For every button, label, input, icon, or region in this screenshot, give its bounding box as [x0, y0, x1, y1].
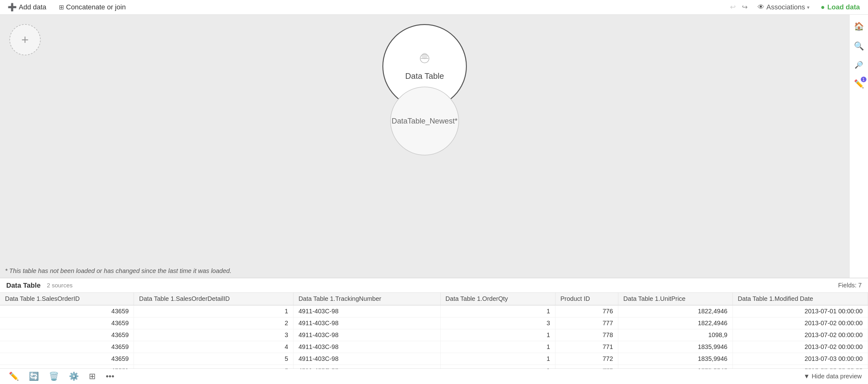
concatenate-icon: ⊞ [59, 3, 64, 11]
toolbar-right: ↩ ↪ 👁 Associations ▾ ● Load data [728, 2, 863, 12]
table-cell: 2013-07-02 00:00:00 [733, 341, 868, 353]
right-sidebar: 🏠 🔍 🔎 1 ✏️ [849, 15, 868, 278]
canvas-area: + Data Table DataTable_Newest* * This ta… [0, 15, 849, 278]
hide-preview-button[interactable]: ▼ Hide data preview [804, 373, 862, 380]
table-row: 4365934911-403C-9817781098,92013-07-02 0… [0, 329, 868, 341]
table-cell: 776 [555, 305, 618, 317]
associations-label: Associations [766, 3, 805, 11]
table-cell: 1 [440, 341, 555, 353]
eye-icon: 👁 [757, 3, 765, 11]
table-cell: 4 [134, 341, 293, 353]
table-cell: 2 [134, 317, 293, 329]
table-cell: 1 [440, 305, 555, 317]
home-button[interactable]: 🏠 [852, 20, 866, 33]
table-header: Product ID [555, 293, 618, 305]
table-cell: 43659 [0, 353, 134, 365]
undo-redo-group: ↩ ↪ [728, 2, 749, 12]
redo-button[interactable]: ↪ [740, 2, 749, 12]
table-cell: 1822,4946 [618, 305, 733, 317]
refresh-button[interactable]: 🔄 [26, 370, 41, 382]
zoom-in-button[interactable]: 🔍 [852, 39, 866, 53]
table-cell: 1835,9946 [618, 341, 733, 353]
preview-header: Data Table 2 sources Fields: 7 [0, 278, 868, 293]
load-data-button[interactable]: ● Load data [817, 2, 863, 12]
table-cell: 4911-403C-98 [293, 353, 440, 365]
table-cell: 43659 [0, 329, 134, 341]
edit-button[interactable]: 1 ✏️ [852, 77, 866, 91]
table-cell: 778 [555, 329, 618, 341]
table-cell: 3 [134, 329, 293, 341]
table-row: 4365924911-403C-9837771822,49462013-07-0… [0, 317, 868, 329]
preview-panel: Data Table 2 sources Fields: 7 Data Tabl… [0, 278, 868, 384]
table-cell: 1822,4946 [618, 317, 733, 329]
table-cell: 5 [134, 353, 293, 365]
newest-node[interactable]: DataTable_Newest* [390, 87, 459, 155]
table-cell: 3 [440, 317, 555, 329]
concatenate-button[interactable]: ⊞ Concatenate or join [56, 2, 128, 12]
load-data-icon: ● [821, 3, 825, 11]
hide-icon: ▼ [804, 373, 810, 380]
table-header: Data Table 1.SalesOrderDetailID [134, 293, 293, 305]
table-cell: 43659 [0, 341, 134, 353]
table-cell: 1 [440, 353, 555, 365]
table-row: 4365944911-403C-9817711835,99462013-07-0… [0, 341, 868, 353]
delete-button[interactable]: 🗑️ [46, 370, 61, 382]
preview-title: Data Table [6, 282, 41, 290]
table-header: Data Table 1.SalesOrderID [0, 293, 134, 305]
table-cell: 2013-07-02 00:00:00 [733, 317, 868, 329]
table-row: 4365954911-403C-9817721835,99462013-07-0… [0, 353, 868, 365]
toolbar-left: ➕ Add data ⊞ Concatenate or join [5, 2, 128, 13]
add-node-button[interactable]: + [9, 24, 41, 55]
main-toolbar: ➕ Add data ⊞ Concatenate or join ↩ ↪ 👁 A… [0, 0, 868, 15]
transform-button[interactable]: ⚙️ [66, 370, 81, 382]
associations-button[interactable]: 👁 Associations ▾ [754, 2, 813, 12]
table-header-row: Data Table 1.SalesOrderIDData Table 1.Sa… [0, 293, 868, 305]
data-table: Data Table 1.SalesOrderIDData Table 1.Sa… [0, 293, 868, 369]
table-header: Data Table 1.TrackingNumber [293, 293, 440, 305]
load-data-label: Load data [827, 3, 860, 11]
filter-button[interactable]: ⊞ [86, 370, 98, 382]
add-data-label: Add data [19, 3, 46, 11]
table-cell: 2013-07-02 00:00:00 [733, 329, 868, 341]
table-cell: 1 [440, 329, 555, 341]
table-cell: 1098,9 [618, 329, 733, 341]
toolbar-left-icons: ✏️ 🔄 🗑️ ⚙️ ⊞ ••• [6, 370, 117, 382]
table-cell: 43659 [0, 305, 134, 317]
table-cell: 4911-403C-98 [293, 317, 440, 329]
table-cell: 4911-403C-98 [293, 329, 440, 341]
table-header: Data Table 1.Modified Date [733, 293, 868, 305]
table-cell: 1 [134, 305, 293, 317]
preview-sources: 2 sources [47, 282, 72, 289]
table-cell: 4911-403C-98 [293, 341, 440, 353]
zoom-out-button[interactable]: 🔎 [852, 59, 865, 71]
table-cell: 2013-07-01 00:00:00 [733, 305, 868, 317]
table-cell: 777 [555, 317, 618, 329]
edit-table-button[interactable]: ✏️ [6, 370, 21, 382]
table-header: Data Table 1.UnitPrice [618, 293, 733, 305]
data-table-wrap: Data Table 1.SalesOrderIDData Table 1.Sa… [0, 293, 868, 369]
preview-toolbar: ✏️ 🔄 🗑️ ⚙️ ⊞ ••• ▼ Hide data preview [0, 369, 868, 384]
table-row: 4365914911-403C-9817761822,49462013-07-0… [0, 305, 868, 317]
table-cell: 771 [555, 341, 618, 353]
table-cell: 43659 [0, 317, 134, 329]
hide-label: Hide data preview [812, 373, 862, 380]
preview-fields: Fields: 7 [838, 282, 862, 289]
table-header: Data Table 1.OrderQty [440, 293, 555, 305]
chevron-down-icon: ▾ [807, 4, 809, 10]
warning-text: * This table has not been loaded or has … [5, 267, 231, 275]
data-table-icon [418, 52, 432, 68]
plus-icon: ➕ [7, 3, 17, 11]
concatenate-label: Concatenate or join [66, 3, 126, 11]
more-button[interactable]: ••• [103, 370, 117, 382]
add-node-icon: + [21, 33, 29, 47]
add-data-button[interactable]: ➕ Add data [5, 2, 49, 13]
data-table-label: Data Table [405, 71, 444, 81]
table-cell: 4911-403C-98 [293, 305, 440, 317]
table-cell: 2013-07-03 00:00:00 [733, 353, 868, 365]
table-cell: 1835,9946 [618, 353, 733, 365]
undo-button[interactable]: ↩ [728, 2, 738, 12]
table-cell: 772 [555, 353, 618, 365]
newest-node-label: DataTable_Newest* [387, 117, 463, 125]
badge: 1 [861, 76, 866, 82]
